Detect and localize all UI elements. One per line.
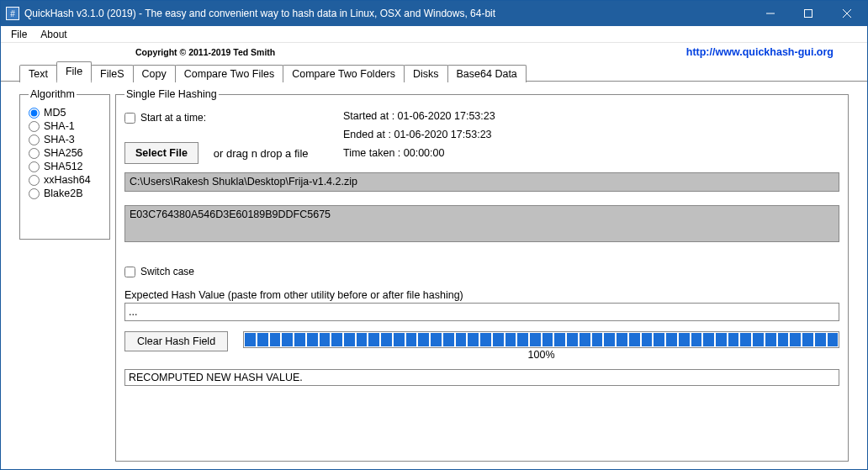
tab-copy[interactable]: Copy bbox=[133, 65, 176, 82]
menu-file[interactable]: File bbox=[4, 27, 34, 42]
radio-blake2b[interactable] bbox=[29, 188, 40, 199]
radio-md5[interactable] bbox=[29, 108, 40, 119]
algo-sha3-label: SHA-3 bbox=[44, 134, 75, 145]
algo-blake2b[interactable]: Blake2B bbox=[29, 187, 101, 199]
select-file-button[interactable]: Select File bbox=[124, 142, 198, 164]
algo-sha3[interactable]: SHA-3 bbox=[29, 134, 101, 145]
algo-xxhash64[interactable]: xxHash64 bbox=[29, 174, 101, 186]
tab-compare-two-files[interactable]: Compare Two Files bbox=[175, 65, 283, 82]
content-area: Algorithm MD5 SHA-1 SHA-3 SHA256 SHA512 … bbox=[1, 81, 867, 468]
minimize-button[interactable] bbox=[751, 1, 789, 26]
tab-row: Text File FileS Copy Compare Two Files C… bbox=[1, 61, 867, 82]
algo-sha1[interactable]: SHA-1 bbox=[29, 120, 101, 132]
header-strip: Copyright © 2011-2019 Ted Smith http://w… bbox=[1, 43, 867, 61]
titlebar[interactable]: # QuickHash v3.1.0 (2019) - The easy and… bbox=[1, 1, 867, 26]
progress-percent: 100% bbox=[243, 349, 839, 361]
radio-sha512[interactable] bbox=[29, 161, 40, 172]
algo-sha512[interactable]: SHA512 bbox=[29, 161, 101, 172]
svg-rect-1 bbox=[804, 10, 812, 18]
single-file-hashing-group: Single File Hashing Start at a time: Sta… bbox=[115, 88, 849, 462]
tab-disks[interactable]: Disks bbox=[404, 65, 448, 82]
website-link[interactable]: http://www.quickhash-gui.org bbox=[686, 46, 834, 58]
tab-files[interactable]: FileS bbox=[91, 65, 133, 82]
drag-hint-text: or drag n drop a file bbox=[214, 147, 309, 160]
algorithm-legend: Algorithm bbox=[29, 88, 77, 100]
start-at-time-checkbox[interactable] bbox=[124, 113, 135, 124]
start-at-time-label: Start at a time: bbox=[140, 112, 206, 124]
algo-md5[interactable]: MD5 bbox=[29, 107, 101, 119]
menu-about[interactable]: About bbox=[34, 27, 73, 42]
algo-sha1-label: SHA-1 bbox=[44, 120, 75, 132]
algo-sha512-label: SHA512 bbox=[44, 161, 83, 172]
algo-blake2b-label: Blake2B bbox=[44, 187, 83, 199]
single-legend: Single File Hashing bbox=[124, 88, 219, 100]
radio-xxhash64[interactable] bbox=[29, 175, 40, 186]
file-path-display[interactable]: C:\Users\Rakesh Shukla\Desktop\Frija-v1.… bbox=[124, 172, 839, 192]
app-icon: # bbox=[6, 7, 19, 20]
window-title: QuickHash v3.1.0 (2019) - The easy and c… bbox=[24, 8, 751, 19]
expected-hash-input[interactable] bbox=[124, 303, 839, 321]
close-button[interactable] bbox=[827, 1, 867, 26]
tab-file[interactable]: File bbox=[56, 61, 92, 82]
switch-case-checkbox[interactable] bbox=[124, 267, 135, 277]
algo-sha256-label: SHA256 bbox=[44, 147, 83, 159]
menubar: File About bbox=[1, 26, 867, 43]
algorithm-group: Algorithm MD5 SHA-1 SHA-3 SHA256 SHA512 … bbox=[19, 88, 110, 240]
radio-sha256[interactable] bbox=[29, 148, 40, 159]
clear-hash-button[interactable]: Clear Hash Field bbox=[124, 331, 228, 351]
tab-base64[interactable]: Base64 Data bbox=[447, 65, 527, 82]
radio-sha3[interactable] bbox=[29, 135, 40, 145]
algo-md5-label: MD5 bbox=[44, 107, 66, 119]
hash-output-display[interactable]: E03C764380A546D3E60189B9DDFC5675 bbox=[124, 205, 839, 242]
maximize-button[interactable] bbox=[789, 1, 827, 26]
progress-bar bbox=[243, 331, 839, 348]
switch-case-label: Switch case bbox=[140, 266, 194, 277]
expected-hash-label: Expected Hash Value (paste from other ut… bbox=[124, 289, 839, 301]
tab-compare-two-folders[interactable]: Compare Two Folders bbox=[283, 65, 405, 82]
tab-text[interactable]: Text bbox=[19, 65, 57, 82]
time-taken-text: Time taken : 00:00:00 bbox=[343, 144, 495, 162]
copyright-text: Copyright © 2011-2019 Ted Smith bbox=[135, 47, 275, 57]
timing-readout: Started at : 01-06-2020 17:53:23 Ended a… bbox=[343, 107, 495, 162]
status-message: RECOMPUTED NEW HASH VALUE. bbox=[124, 369, 839, 386]
ended-at-text: Ended at : 01-06-2020 17:53:23 bbox=[343, 125, 495, 144]
radio-sha1[interactable] bbox=[29, 121, 40, 132]
algo-sha256[interactable]: SHA256 bbox=[29, 147, 101, 159]
started-at-text: Started at : 01-06-2020 17:53:23 bbox=[343, 107, 495, 125]
algo-xxhash64-label: xxHash64 bbox=[44, 174, 91, 186]
